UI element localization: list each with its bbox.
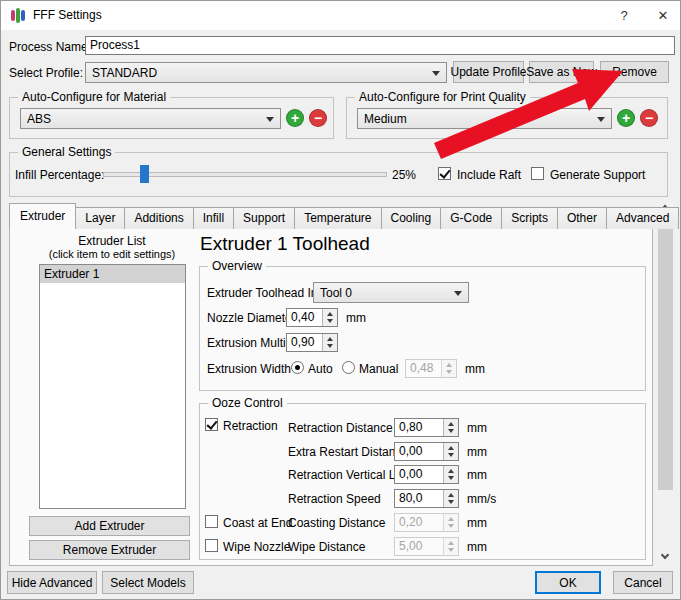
ok-button[interactable]: OK xyxy=(535,571,601,594)
extruder-toolhead-heading: Extruder 1 Toolhead xyxy=(200,233,370,255)
extrusion-multiplier-spinner[interactable]: 0,90 xyxy=(286,333,338,352)
retraction-label: Retraction xyxy=(223,419,278,433)
extruder-list-hint: (click item to edit settings) xyxy=(21,248,203,260)
remove-profile-button[interactable]: Remove xyxy=(600,61,669,83)
cancel-button[interactable]: Cancel xyxy=(613,571,673,594)
retraction-speed-spinner[interactable]: 80,0 xyxy=(394,489,459,508)
spin-buttons[interactable] xyxy=(443,466,458,483)
tab-additions[interactable]: Additions xyxy=(124,207,193,229)
spin-buttons[interactable] xyxy=(443,443,458,460)
wipe-distance-unit: mm xyxy=(467,540,487,554)
spin-buttons[interactable] xyxy=(443,419,458,436)
chevron-down-icon xyxy=(661,551,669,559)
tab-scripts[interactable]: Scripts xyxy=(501,207,558,229)
tab-layer[interactable]: Layer xyxy=(75,207,125,229)
toolhead-index-select[interactable]: Tool 0 xyxy=(313,282,469,303)
vertical-scrollbar[interactable] xyxy=(657,200,674,564)
spin-down-icon xyxy=(327,319,333,323)
spin-up-icon xyxy=(327,337,333,341)
material-select[interactable]: ABS xyxy=(20,108,281,129)
wipe-distance-label: Wipe Distance xyxy=(288,540,365,554)
spin-up-icon xyxy=(446,363,452,367)
tab-gcode[interactable]: G-Code xyxy=(440,207,502,229)
wipe-nozzle-checkbox[interactable] xyxy=(205,539,218,552)
ooze-control-group-title: Ooze Control xyxy=(208,396,287,410)
window-title: FFF Settings xyxy=(33,1,102,30)
remove-extruder-button[interactable]: Remove Extruder xyxy=(29,540,190,560)
extrusion-width-manual-radio[interactable] xyxy=(342,361,355,374)
retraction-vertical-lift-label: Retraction Vertical Lift xyxy=(288,468,405,482)
spin-up-icon xyxy=(448,517,454,521)
spin-up-icon xyxy=(448,469,454,473)
extrusion-width-auto-radio[interactable] xyxy=(291,361,304,374)
scrollbar-thumb[interactable] xyxy=(658,217,673,490)
process-name-input[interactable]: Process1 xyxy=(85,36,675,55)
include-raft-checkbox[interactable] xyxy=(438,167,451,180)
extrusion-width-label: Extrusion Width xyxy=(207,362,291,376)
nozzle-diameter-spinner[interactable]: 0,40 xyxy=(286,308,338,327)
spin-buttons[interactable] xyxy=(322,309,337,326)
app-logo-icon xyxy=(10,7,26,23)
close-icon[interactable]: ✕ xyxy=(645,1,681,30)
generate-support-label: Generate Support xyxy=(550,168,645,182)
extruder-list-title: Extruder List xyxy=(39,234,185,248)
save-as-new-button[interactable]: Save as New xyxy=(529,61,594,83)
help-button[interactable]: ? xyxy=(606,1,642,30)
remove-quality-button[interactable]: − xyxy=(640,109,658,127)
coast-at-end-checkbox[interactable] xyxy=(205,515,218,528)
spin-up-icon xyxy=(448,493,454,497)
wipe-nozzle-label: Wipe Nozzle xyxy=(223,540,290,554)
tab-other[interactable]: Other xyxy=(557,207,607,229)
spin-buttons[interactable] xyxy=(443,490,458,507)
add-extruder-button[interactable]: Add Extruder xyxy=(29,516,190,536)
extra-restart-distance-unit: mm xyxy=(467,445,487,459)
spin-buttons[interactable] xyxy=(322,334,337,351)
update-profile-button[interactable]: Update Profile xyxy=(453,61,524,83)
profile-select[interactable]: STANDARD xyxy=(85,62,447,83)
extra-restart-distance-label: Extra Restart Distance xyxy=(288,445,408,459)
title-bar: FFF Settings ? ✕ xyxy=(1,1,680,30)
include-raft-label: Include Raft xyxy=(457,168,521,182)
material-group-title: Auto-Configure for Material xyxy=(18,90,170,104)
retraction-distance-unit: mm xyxy=(467,421,487,435)
infill-slider-handle[interactable] xyxy=(140,165,149,183)
nozzle-diameter-unit: mm xyxy=(346,311,366,325)
retraction-vertical-lift-spinner[interactable]: 0,00 xyxy=(394,465,459,484)
spin-up-icon xyxy=(327,312,333,316)
spin-down-icon xyxy=(448,453,454,457)
spin-up-icon xyxy=(448,446,454,450)
retraction-distance-spinner[interactable]: 0,80 xyxy=(394,418,459,437)
add-material-button[interactable]: + xyxy=(286,109,304,127)
tab-extruder[interactable]: Extruder xyxy=(9,203,76,229)
tab-advanced[interactable]: Advanced xyxy=(606,207,679,229)
hide-advanced-button[interactable]: Hide Advanced xyxy=(7,571,97,594)
manual-radio-label: Manual xyxy=(359,362,398,376)
remove-material-button[interactable]: − xyxy=(309,109,327,127)
add-quality-button[interactable]: + xyxy=(617,109,635,127)
auto-radio-label: Auto xyxy=(308,362,333,376)
extruder-listbox[interactable]: Extruder 1 xyxy=(39,264,186,509)
select-models-button[interactable]: Select Models xyxy=(102,571,194,594)
tab-support[interactable]: Support xyxy=(233,207,295,229)
overview-group-title: Overview xyxy=(208,259,266,273)
fff-settings-dialog: FFF Settings ? ✕ Process Name: Process1 … xyxy=(0,0,681,600)
scroll-down-button[interactable] xyxy=(657,549,674,564)
spin-down-icon xyxy=(327,344,333,348)
quality-group-title: Auto-Configure for Print Quality xyxy=(355,90,530,104)
retraction-checkbox[interactable] xyxy=(205,418,218,431)
coasting-distance-label: Coasting Distance xyxy=(288,516,385,530)
settings-tabbar: Extruder Layer Additions Infill Support … xyxy=(9,204,678,229)
extra-restart-distance-spinner[interactable]: 0,00 xyxy=(394,442,459,461)
nozzle-diameter-label: Nozzle Diameter xyxy=(207,311,296,325)
retraction-speed-label: Retraction Speed xyxy=(288,492,381,506)
extrusion-width-unit: mm xyxy=(465,362,485,376)
list-item-extruder-1[interactable]: Extruder 1 xyxy=(40,265,185,283)
coast-at-end-label: Coast at End xyxy=(223,516,292,530)
tab-infill[interactable]: Infill xyxy=(193,207,234,229)
chevron-down-icon xyxy=(432,71,440,76)
tab-temperature[interactable]: Temperature xyxy=(294,207,381,229)
quality-select[interactable]: Medium xyxy=(357,108,612,129)
generate-support-checkbox[interactable] xyxy=(531,167,544,180)
infill-percentage-label: Infill Percentage: xyxy=(15,168,104,182)
tab-cooling[interactable]: Cooling xyxy=(381,207,442,229)
